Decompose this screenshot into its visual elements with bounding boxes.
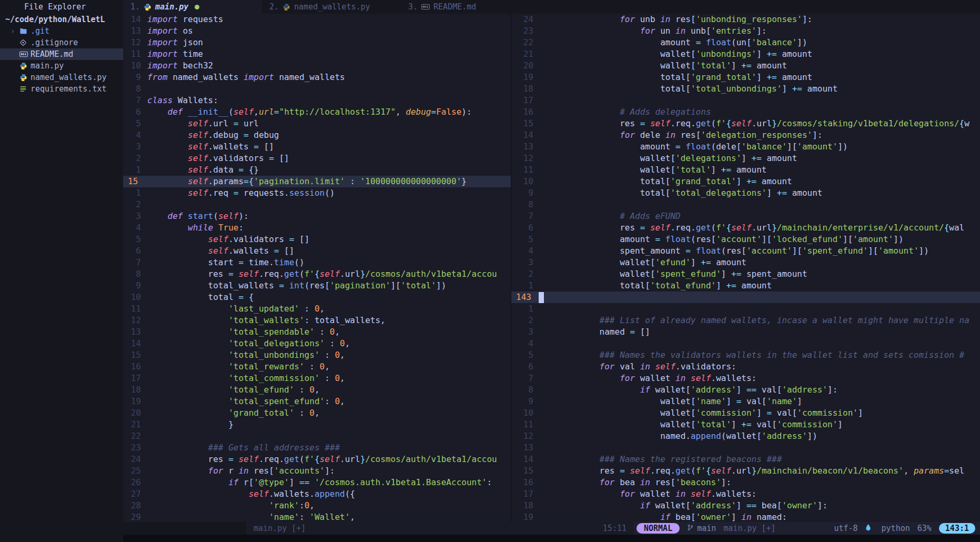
code-line[interactable]: 6 def __init__(self,url="http://localhos… <box>123 106 511 118</box>
code-line[interactable]: 18 total['total_unbondings'] += amount <box>511 83 980 95</box>
tree-item-named-wallets-py[interactable]: named_wallets.py <box>0 72 123 83</box>
code-line[interactable]: 8 if wallet['address'] == val['address']… <box>511 384 980 396</box>
code-line[interactable]: 17 for wallet in self.wallets: <box>511 488 980 500</box>
code-line[interactable]: 15 self.params={'pagination.limit' : '10… <box>123 176 511 187</box>
code-line[interactable]: 12 'total_wallets': total_wallets, <box>123 315 511 326</box>
code-line[interactable]: 2 ### List of already named wallets, inc… <box>511 315 980 326</box>
code-line[interactable]: 10 wallet['commission'] = val['commissio… <box>511 407 980 419</box>
code-line[interactable]: 14 for dele in res['delegation_responses… <box>511 129 980 141</box>
code-line[interactable]: 11 'last_updated' : 0, <box>123 303 511 315</box>
code-line[interactable]: 14 'total_delegations' : 0, <box>123 338 511 349</box>
code-line[interactable]: 5 ### Names the validators wallets in th… <box>511 349 980 361</box>
code-line[interactable]: 25 for r in res['accounts']: <box>123 465 511 477</box>
code-line[interactable]: 12 wallet['delegations'] += amount <box>511 153 980 164</box>
code-line[interactable]: 4 while True: <box>123 222 511 234</box>
file-explorer-root-path[interactable]: ~/code/python/WalletL <box>0 14 123 25</box>
code-line[interactable]: 16 'total_rewards' : 0, <box>123 361 511 373</box>
code-line[interactable]: 8 <box>123 83 511 95</box>
code-line[interactable]: 2 self.validators = [] <box>123 153 511 164</box>
code-line[interactable]: 15 'total_unbondings' : 0, <box>123 349 511 361</box>
code-line[interactable]: 23 ### Gets all addresses ### <box>123 442 511 454</box>
tab-readme-md[interactable]: 3.README.md <box>401 0 540 14</box>
code-line[interactable]: 11 wallet['total'] += amount <box>511 164 980 176</box>
code-line[interactable]: 9 wallet['name'] = val['name'] <box>511 396 980 407</box>
code-line[interactable]: 20 wallet['total'] += amount <box>511 60 980 72</box>
code-line[interactable]: 7 start = time.time() <box>123 257 511 268</box>
code-line[interactable]: 5 amount = float(res['account']['locked_… <box>511 234 980 245</box>
code-line[interactable]: 27 self.wallets.append({ <box>123 488 511 500</box>
code-line[interactable]: 12 named.append(wallet['address']) <box>511 430 980 442</box>
editor-pane-right[interactable]: 24 for unb in res['unbonding_responses']… <box>511 14 980 522</box>
code-line[interactable]: 10 total['grand_total'] += amount <box>511 176 980 187</box>
code-line[interactable]: 7 for wallet in self.wallets: <box>511 373 980 384</box>
code-line[interactable]: 18 if wallet['address'] == bea['owner']: <box>511 500 980 511</box>
code-line[interactable]: 1 self.data = {} <box>123 164 511 176</box>
code-line[interactable]: 23 for un in unb['entries']: <box>511 25 980 37</box>
code-line[interactable]: 8 res = self.req.get(f'{self.url}/cosmos… <box>123 268 511 280</box>
code-line[interactable]: 24 for unb in res['unbonding_responses']… <box>511 14 980 25</box>
code-line[interactable]: 6 res = self.req.get(f'{self.url}/mainch… <box>511 222 980 234</box>
code-line[interactable]: 13 <box>511 442 980 454</box>
code-line[interactable]: 19 if bea['owner'] in named: <box>511 511 980 522</box>
editor-pane-left[interactable]: 14import requests13import os12import jso… <box>123 14 511 522</box>
code-line[interactable]: 9from named_wallets import named_wallets <box>123 72 511 83</box>
code-line[interactable]: 5 self.url = url <box>123 118 511 129</box>
code-line[interactable]: 22 amount = float(un['balance']) <box>511 37 980 48</box>
code-line[interactable]: 2 <box>123 199 511 210</box>
tree-item-gitignore[interactable]: .gitignore <box>0 37 123 48</box>
code-line[interactable]: 13 'total_spendable' : 0, <box>123 326 511 338</box>
code-line[interactable]: 3 def start(self): <box>123 210 511 222</box>
tab-named-wallets-py[interactable]: 2.named_wallets.py <box>262 0 401 14</box>
code-line[interactable]: 24 res = self.req.get(f'{self.url}/cosmo… <box>123 454 511 465</box>
code-line[interactable]: 3 named = [] <box>511 326 980 338</box>
code-line[interactable]: 9 total['total_delegations'] += amount <box>511 187 980 199</box>
code-line[interactable]: 6 self.wallets = [] <box>123 245 511 257</box>
code-line[interactable]: 22 <box>123 430 511 442</box>
code-line[interactable]: 1 total['total_efund'] += amount <box>511 280 980 292</box>
code-line[interactable]: 1 <box>511 303 980 315</box>
code-line[interactable]: 16 # Adds delegations <box>511 106 980 118</box>
tree-item-readme-md[interactable]: README.md <box>0 48 123 60</box>
code-line[interactable]: 10import bech32 <box>123 60 511 72</box>
code-line[interactable]: 7class Wallets: <box>123 95 511 106</box>
code-line[interactable]: 2 wallet['spent_efund'] += spent_amount <box>511 268 980 280</box>
code-line[interactable]: 8 <box>511 199 980 210</box>
code-line[interactable]: 15 res = self.req.get(f'{self.url}/mainc… <box>511 465 980 477</box>
code-line[interactable]: 7 # Adds eFUND <box>511 210 980 222</box>
code-line[interactable]: 14 ### Names the registered beacons ### <box>511 454 980 465</box>
code-line[interactable]: 3 self.wallets = [] <box>123 141 511 153</box>
code-line[interactable]: 16 for bea in res['beacons']: <box>511 477 980 488</box>
code-line[interactable]: 11 wallet['total'] += val['commission'] <box>511 419 980 430</box>
code-line[interactable]: 20 'grand_total' : 0, <box>123 407 511 419</box>
code-line[interactable]: 17 <box>511 95 980 106</box>
code-line[interactable]: 26 if r['@type'] == '/cosmos.auth.v1beta… <box>123 477 511 488</box>
code-line[interactable]: 12import json <box>123 37 511 48</box>
code-line[interactable]: 6 for val in self.validators: <box>511 361 980 373</box>
code-line[interactable]: 19 total['grand_total'] += amount <box>511 72 980 83</box>
tree-item-requirements-txt[interactable]: requirements.txt <box>0 83 123 95</box>
code-line[interactable]: 4 self.debug = debug <box>123 129 511 141</box>
code-line[interactable]: 3 wallet['efund'] += amount <box>511 257 980 268</box>
tree-item-git[interactable]: ›.git <box>0 25 123 37</box>
code-line[interactable]: 9 total_wallets = int(res['pagination'][… <box>123 280 511 292</box>
tree-item-main-py[interactable]: main.py <box>0 60 123 72</box>
code-line[interactable]: 18 'total_efund' : 0, <box>123 384 511 396</box>
code-line[interactable]: 13 amount = float(dele['balance']['amoun… <box>511 141 980 153</box>
command-line[interactable] <box>123 535 980 542</box>
code-line[interactable]: 5 self.validators = [] <box>123 234 511 245</box>
code-line[interactable]: 1 self.req = requests.session() <box>123 187 511 199</box>
code-line[interactable]: 17 'total_commission' : 0, <box>123 373 511 384</box>
code-line[interactable]: 143 <box>511 292 980 303</box>
code-line[interactable]: 10 total = { <box>123 292 511 303</box>
code-line[interactable]: 11import time <box>123 48 511 60</box>
code-line[interactable]: 15 res = self.req.get(f'{self.url}/cosmo… <box>511 118 980 129</box>
code-line[interactable]: 29 'name': 'Wallet', <box>123 511 511 522</box>
code-line[interactable]: 21 wallet['unbondings'] += amount <box>511 48 980 60</box>
code-line[interactable]: 4 spent_amount = float(res['account']['s… <box>511 245 980 257</box>
tab-main-py[interactable]: 1.main.py <box>123 0 262 14</box>
code-line[interactable]: 19 'total_spent_efund': 0, <box>123 396 511 407</box>
code-line[interactable]: 13import os <box>123 25 511 37</box>
code-line[interactable]: 4 <box>511 338 980 349</box>
code-line[interactable]: 21 } <box>123 419 511 430</box>
code-line[interactable]: 14import requests <box>123 14 511 25</box>
